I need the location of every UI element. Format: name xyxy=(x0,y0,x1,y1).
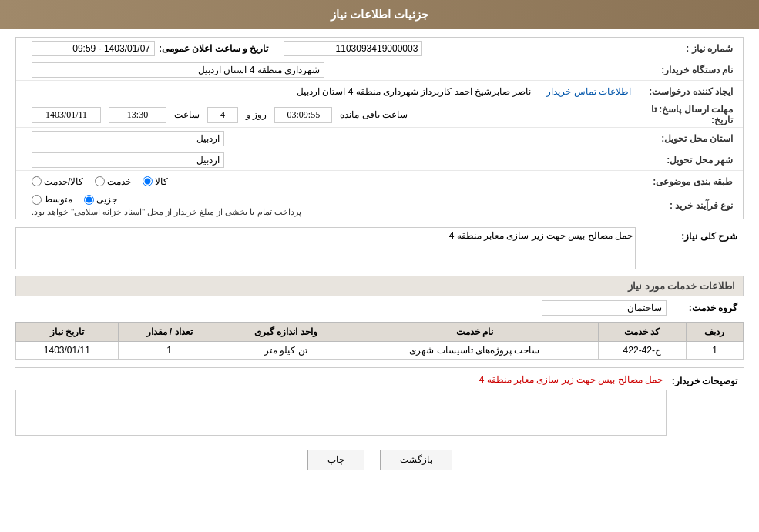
col-header-qty: تعداد / مقدار xyxy=(118,323,220,342)
province-input[interactable] xyxy=(32,131,224,146)
process-row: نوع فرآیند خرید : متوسط جزیی پرداخت تمام… xyxy=(16,192,743,219)
process-description: پرداخت تمام یا بخشی از مبلغ خریدار از مح… xyxy=(32,207,301,217)
cell-unit: تن کیلو متر xyxy=(220,342,351,360)
requester-value: ناصر صابرشیخ احمد کاربرداز شهرداری منطقه… xyxy=(32,86,535,97)
col-header-date: تاریخ نیاز xyxy=(16,323,119,342)
deadline-time-label: ساعت xyxy=(174,109,200,120)
process-jazii-label: جزیی xyxy=(96,194,117,205)
requester-value-cell: اطلاعات تماس خریدار ناصر صابرشیخ احمد کا… xyxy=(32,86,631,97)
table-header-row: ردیف کد خدمت نام خدمت واحد اندازه گیری ت… xyxy=(16,323,744,342)
category-khadamat-label: خدمت xyxy=(107,176,131,187)
cell-date: 1403/01/11 xyxy=(16,342,119,360)
page-title: جزئیات اطلاعات نیاز xyxy=(331,8,428,21)
category-khadamat-radio[interactable] xyxy=(95,176,105,186)
buyer-description-section: توصیحات خریدار: حمل مصالح بیس جهت زیر سا… xyxy=(15,367,744,438)
cell-row-num: 1 xyxy=(686,342,743,360)
buyer-contact-link[interactable]: اطلاعات تماس خریدار xyxy=(546,86,631,97)
remaining-days-input[interactable] xyxy=(207,107,238,123)
category-kala-item: کالا xyxy=(143,176,168,187)
category-value-cell: کالا/خدمت خدمت کالا xyxy=(32,176,631,187)
need-number-input[interactable] xyxy=(284,41,422,56)
print-button[interactable]: چاپ xyxy=(307,450,364,470)
cell-name: ساخت پروژه‌های تاسیسات شهری xyxy=(351,342,598,360)
category-kala-radio[interactable] xyxy=(143,176,153,186)
process-motavaset-radio[interactable] xyxy=(32,195,42,205)
service-group-row: گروه خدمت: xyxy=(15,300,744,316)
process-motavaset-label: متوسط xyxy=(44,194,72,205)
city-value-cell xyxy=(32,152,631,168)
buyer-description-label: توصیحات خریدار: xyxy=(667,372,744,386)
process-label: نوع فرآیند خرید : xyxy=(631,200,739,211)
buyer-description-text: حمل مصالح بیس جهت زیر سازی معابر منطقه 4 xyxy=(15,372,667,387)
deadline-label: مهلت ارسال پاسخ: تا تاریخ: xyxy=(631,104,739,125)
remaining-time-input[interactable] xyxy=(274,107,332,123)
cell-qty: 1 xyxy=(118,342,220,360)
col-header-row-num: ردیف xyxy=(686,323,743,342)
cell-code: ج-42-422 xyxy=(598,342,686,360)
remaining-days-label: روز و xyxy=(246,109,267,120)
table-row: 1 ج-42-422 ساخت پروژه‌های تاسیسات شهری ت… xyxy=(16,342,744,360)
services-table: ردیف کد خدمت نام خدمت واحد اندازه گیری ت… xyxy=(15,322,744,360)
need-description-area: شرح کلی نیاز: حمل مصالح بیس جهت زیر سازی… xyxy=(15,227,744,269)
page-header: جزئیات اطلاعات نیاز xyxy=(0,0,759,29)
need-number-value-cell xyxy=(284,41,631,56)
need-number-label: شماره نیاز : xyxy=(631,43,739,54)
main-info-section: شماره نیاز : تاریخ و ساعت اعلان عمومی: ن… xyxy=(15,37,744,219)
category-row: طبقه بندی موضوعی: کالا/خدمت خدمت کالا xyxy=(16,171,743,192)
buyer-description-input[interactable] xyxy=(15,390,667,436)
col-header-code: کد خدمت xyxy=(598,323,686,342)
category-kala-label: کالا xyxy=(155,176,168,187)
need-description-input[interactable]: حمل مصالح بیس جهت زیر سازی معابر منطقه 4 xyxy=(15,227,636,269)
category-radio-group: کالا/خدمت خدمت کالا xyxy=(32,176,168,187)
city-row: شهر محل تحویل: xyxy=(16,149,743,171)
process-jazii-radio[interactable] xyxy=(84,195,94,205)
buyer-org-label: نام دستگاه خریدار: xyxy=(631,65,739,75)
buyer-org-input[interactable] xyxy=(32,62,324,78)
announce-date-label: تاریخ و ساعت اعلان عمومی: xyxy=(159,43,268,54)
process-value-cell: متوسط جزیی پرداخت تمام یا بخشی از مبلغ خ… xyxy=(32,194,631,217)
category-label: طبقه بندی موضوعی: xyxy=(631,176,739,187)
col-header-unit: واحد اندازه گیری xyxy=(220,323,351,342)
buyer-desc-content: حمل مصالح بیس جهت زیر سازی معابر منطقه 4 xyxy=(15,372,667,438)
need-description-label: شرح کلی نیاز: xyxy=(636,227,744,242)
category-kala-khadamat-label: کالا/خدمت xyxy=(44,176,83,187)
province-value-cell xyxy=(32,131,631,146)
deadline-time-input[interactable] xyxy=(109,107,166,123)
process-jazii-item: جزیی xyxy=(84,194,117,205)
action-buttons: بازگشت چاپ xyxy=(15,450,744,470)
category-kala-khadamat-item: کالا/خدمت xyxy=(32,176,83,187)
category-khadamat-item: خدمت xyxy=(95,176,131,187)
page-container: جزئیات اطلاعات نیاز شماره نیاز : تاریخ و… xyxy=(0,0,759,532)
city-label: شهر محل تحویل: xyxy=(631,155,739,166)
province-label: استان محل تحویل: xyxy=(631,133,739,144)
service-info-title: اطلاعات خدمات مورد نیاز xyxy=(15,276,744,296)
deadline-date-input[interactable] xyxy=(32,107,101,123)
service-group-input[interactable] xyxy=(542,300,667,316)
deadline-row: مهلت ارسال پاسخ: تا تاریخ: ساعت باقی مان… xyxy=(16,102,743,128)
city-input[interactable] xyxy=(32,152,224,168)
province-row: استان محل تحویل: xyxy=(16,128,743,149)
back-button[interactable]: بازگشت xyxy=(380,450,452,470)
remaining-suffix: ساعت باقی مانده xyxy=(340,109,408,120)
announce-date-input[interactable] xyxy=(32,41,155,56)
buyer-org-value-cell xyxy=(32,62,631,78)
deadline-value-cell: ساعت باقی مانده روز و ساعت xyxy=(32,107,631,123)
category-kala-khadamat-radio[interactable] xyxy=(32,176,42,186)
announce-date-section xyxy=(32,41,155,56)
requester-label: ایجاد کننده درخواست: xyxy=(631,86,739,97)
buyer-org-row: نام دستگاه خریدار: xyxy=(16,59,743,81)
requester-row: ایجاد کننده درخواست: اطلاعات تماس خریدار… xyxy=(16,81,743,102)
content-area: شماره نیاز : تاریخ و ساعت اعلان عمومی: ن… xyxy=(0,29,759,486)
process-motavaset-item: متوسط xyxy=(32,194,72,205)
service-group-label: گروه خدمت: xyxy=(667,303,744,313)
process-radio-group: متوسط جزیی xyxy=(32,194,117,205)
need-number-row: شماره نیاز : تاریخ و ساعت اعلان عمومی: xyxy=(16,38,743,59)
col-header-name: نام خدمت xyxy=(351,323,598,342)
